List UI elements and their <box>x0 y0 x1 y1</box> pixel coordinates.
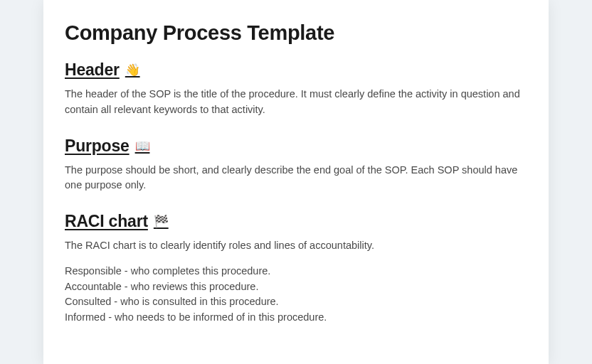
section-body-raci: The RACI chart is to clearly identify ro… <box>65 238 527 326</box>
wave-icon: 👋 <box>125 63 140 77</box>
raci-definitions: Responsible - who completes this procedu… <box>65 264 527 326</box>
heading-text: Header <box>65 60 120 80</box>
section-heading-purpose: Purpose 📖 <box>65 136 527 156</box>
raci-informed: Informed - who needs to be informed of i… <box>65 310 527 326</box>
raci-intro: The RACI chart is to clearly identify ro… <box>65 238 527 254</box>
raci-responsible: Responsible - who completes this procedu… <box>65 264 527 279</box>
book-icon: 📖 <box>135 139 150 154</box>
section-heading-header: Header 👋 <box>65 60 527 80</box>
section-body-header: The header of the SOP is the title of th… <box>65 87 527 118</box>
heading-text: RACI chart <box>65 212 148 231</box>
raci-consulted: Consulted - who is consulted in this pro… <box>65 294 527 310</box>
heading-text: Purpose <box>65 136 130 156</box>
document-page: Company Process Template Header 👋 The he… <box>43 0 549 364</box>
page-title: Company Process Template <box>65 21 527 45</box>
raci-accountable: Accountable - who reviews this procedure… <box>65 279 527 295</box>
flag-icon: 🏁 <box>154 214 169 229</box>
section-heading-raci: RACI chart 🏁 <box>65 212 527 231</box>
section-body-purpose: The purpose should be short, and clearly… <box>65 163 527 194</box>
